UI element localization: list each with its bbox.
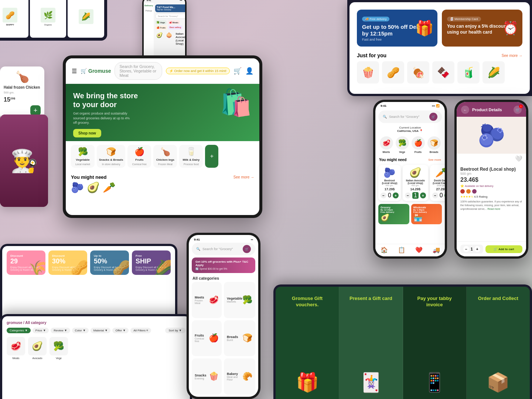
tt-search[interactable]: Search for "Grocery" [155,14,185,19]
carrot-plus[interactable]: + [444,192,445,198]
bc-cart-icon[interactable]: 🛒 [243,245,251,253]
category-snacks[interactable]: 🍞 Snacks & Breads In store delivery [97,145,125,168]
cat-grid-fruits[interactable]: Fruits Comical free 🍎 [192,320,222,357]
add-chicken-button[interactable]: + [30,105,41,116]
sort-button[interactable]: Sort by ▼ [165,328,185,333]
see-all-button[interactable]: + [205,145,218,168]
grocery-search[interactable]: 🔍 Search for "Grocery" 🛒 [378,110,442,123]
discount-screen: Discount 29 Enjoy Discount all types of … [2,246,175,323]
discount-card-4: Free SHIP Enjoy Discount all types of Gr… [132,250,171,275]
read-more-link[interactable]: Read more [488,208,501,210]
cat-grid-vegetable[interactable]: Vegetable Markets 🥦 [224,282,255,318]
organic-label: Organic [44,24,52,26]
tt-product-row: 🥑 🧅 Italian Avocado (Local Shop) [155,31,185,47]
cart-badge[interactable]: 🛒 [429,113,437,121]
snacks-sub: In store delivery [102,163,120,166]
phone-cat-meets[interactable]: 🥩 Meets [380,136,393,153]
grocery-status-bar: 9:41 ▪▪▪ 📶 [375,102,445,108]
dc2-label: Discount [52,254,83,258]
ac-products-row: 🥩 Meats 🥑 Avocado 🥦 Vege [7,337,185,359]
pd-color-red[interactable] [460,189,465,194]
cat-grid-meets[interactable]: Meets Frozen Meal 🥩 [192,282,222,318]
category-vegetable[interactable]: 🥦 Vegetable Local market [71,145,95,168]
tt-pickup-tab[interactable]: Pickup [144,10,153,12]
avocado-qty-value: 1 [412,192,419,199]
tt-veg-tag: 🥦 Vege [155,20,166,24]
dc2-img: 🥜 [71,259,87,275]
avocado-plus[interactable]: + [420,192,426,198]
service-order-collect[interactable]: Order and Collect 📦 [467,287,530,399]
bc-search[interactable]: 🔍 Search for "Grocery" 🛒 [192,243,255,255]
filter-material[interactable]: Material ▼ [91,328,111,333]
you-might-need-see-more[interactable]: See more → [233,175,254,179]
phone-cat-fruits[interactable]: 🍎 Fruits [412,136,425,153]
grocery-card[interactable]: Grocery By 12:15pm Free delivery 🥑 [378,204,409,224]
cat-grid-breads[interactable]: Breads Burnt 🍞 [224,320,255,357]
tt-meat-tag: 🥩 Meats [168,20,180,24]
filter-review[interactable]: Review ▼ [51,328,70,333]
meets-circle-label: Meets [383,151,390,153]
grocery-icon: 🥑 [381,213,407,222]
phone-cat-vege[interactable]: 🥦 Vege [396,136,409,153]
pd-cart-button[interactable]: 🛒 1 [514,106,522,114]
cat-grid-snacks[interactable]: Snacks Evening 🍿 [192,358,222,395]
phone-cat-breads[interactable]: 🍞 Breads [427,136,441,153]
filter-all[interactable]: All Filters ≡ [130,328,151,333]
pd-back-button[interactable]: ← [461,106,469,114]
gromuse-search-bar[interactable]: Search for Grocery, Stores, Vegetable or… [115,62,162,80]
beetroot-plus[interactable]: + [393,192,399,198]
pd-actions: − 1 + 🛒 Add to cart [457,241,526,256]
gromuse-header: ☰ 🛒 Gromuse Search for Grocery, Stores, … [66,58,259,84]
discount-card-2: Discount 30% Enjoy Discount all types of… [48,250,87,275]
carrot-minus[interactable]: − [432,192,438,198]
add-to-cart-button[interactable]: 🛒 Add to cart [485,245,522,253]
wholesale-card[interactable]: Wholesale By 1:30pm Free delivery 🏪 [411,204,442,224]
gift-icon: 🎁 [415,20,434,37]
beetroot-weight: 500 gm. [386,184,394,187]
service-gift-card[interactable]: Present a Gift card 🃏 [339,287,403,399]
filter-price[interactable]: Price ▼ [33,328,49,333]
service-gift-vouchers[interactable]: Gromuse Gift vouchers. 🎁 [276,287,339,399]
pd-qty-minus[interactable]: − [463,246,469,252]
just-for-you-see-more[interactable]: See more → [502,54,522,58]
avocado-minus[interactable]: − [405,192,411,198]
service-tabby-invoice[interactable]: Pay your tabby invoice 📱 [403,287,467,399]
category-chicken[interactable]: 🍗 Chicken legs Frozen Meal [153,145,177,168]
product-details-phone: ← Product Details 🛒 1 🫐 🤍 Beetroot Red (… [454,100,528,259]
filter-color[interactable]: Color ▼ [72,328,89,333]
bottom-center-phone: 9:41 ▪▪ 🔍 Search for "Grocery" 🛒 Get 10%… [187,233,260,399]
dairy-sub: Process food [184,163,199,166]
veg-emoji: 🥦 [242,295,252,305]
tabby-label: Pay your tabby invoice [409,296,460,308]
phone-ymn-see-more[interactable]: See more [428,158,441,161]
cat-grid-bakery[interactable]: Bakery Meat and Flour 🥐 [224,358,255,395]
gromuse-logo: 🛒 Gromuse [81,68,111,74]
pd-rating: ★★★★½ 4.5 Rating [460,195,522,198]
beetroot-minus[interactable]: − [381,192,386,198]
all-category-tablet: gromuse / All category Categories ▼ Pric… [0,314,192,399]
pd-color-orange[interactable] [466,189,471,194]
veg-name: Vegetable [227,297,242,300]
filter-categories[interactable]: Categories ▼ [7,328,31,333]
filter-offer[interactable]: Offer ▼ [112,328,129,333]
tt-store-banner: T&T Food Ma... Top for: Grocery [155,4,185,12]
delivery-tab[interactable]: 🚚 [433,246,440,253]
tt-delivery-tab[interactable]: Delivery [144,4,153,7]
pd-wishlist-icon[interactable]: 🤍 [515,155,522,162]
phone-bottom-tabs: 🏠 📋 ❤️ 🚚 [375,244,445,256]
category-dairy[interactable]: 🥛 Milk & Dairy Process food [179,145,203,168]
pd-qty-plus[interactable]: + [474,246,480,252]
category-fruits[interactable]: 🍎 Fruits Comical free [127,145,151,168]
ac-product-2: 🥑 Avocado [28,337,47,359]
home-tab[interactable]: 🏠 [381,246,388,253]
cart-icon[interactable]: 🛒 [233,67,242,75]
pd-color-purple[interactable] [472,189,477,194]
heart-tab[interactable]: ❤️ [415,246,423,253]
user-icon[interactable]: 👤 [245,67,253,75]
avocado-name: Italian Avocado (Local shop) [405,179,426,184]
shop-now-button[interactable]: Shop now [73,129,101,137]
list-tab[interactable]: 📋 [398,246,405,253]
hamburger-icon[interactable]: ☰ [72,68,77,75]
jfy-product-3: 🍖 [407,61,429,83]
pd-rating-text: 4.5 Rating [474,195,487,198]
